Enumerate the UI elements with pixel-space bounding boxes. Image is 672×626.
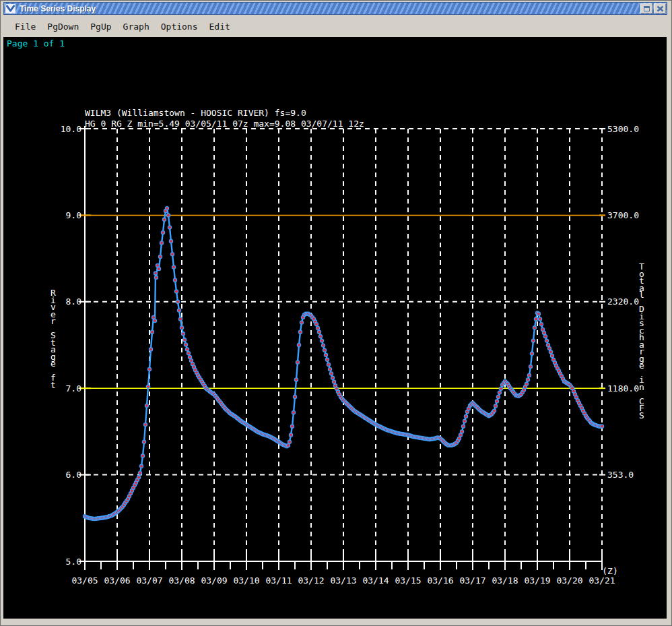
- page-indicator: Page 1 of 1: [7, 38, 65, 49]
- svg-text:03/11: 03/11: [265, 575, 292, 586]
- svg-text:8.0: 8.0: [66, 296, 81, 307]
- svg-text:03/05: 03/05: [71, 575, 98, 586]
- chart-subtitle: HG 0 RG Z min=5.49 03/05/11 07z max=9.08…: [85, 119, 364, 129]
- menu-item-pgup[interactable]: PgUp: [90, 22, 111, 32]
- svg-text:03/13: 03/13: [330, 575, 356, 586]
- plot-content-area: Page 1 of 1 10.09.08.07.06.05.05300.0370…: [3, 37, 667, 619]
- svg-text:03/09: 03/09: [201, 575, 227, 586]
- svg-text:e: e: [639, 361, 644, 371]
- time-series-plot[interactable]: 10.09.08.07.06.05.05300.03700.02320.0118…: [3, 37, 668, 620]
- svg-text:03/16: 03/16: [427, 575, 453, 586]
- svg-text:03/08: 03/08: [168, 575, 195, 586]
- menu-item-pgdown[interactable]: PgDown: [47, 22, 79, 32]
- svg-text:03/18: 03/18: [492, 575, 518, 586]
- window-title: Time Series Display: [20, 4, 96, 13]
- svg-text:1180.0: 1180.0: [607, 383, 639, 394]
- svg-text:2320.0: 2320.0: [607, 296, 639, 307]
- svg-text:5300.0: 5300.0: [607, 124, 639, 134]
- maximize-button[interactable]: [640, 3, 652, 13]
- axis-ticks: [79, 129, 605, 570]
- svg-text:t: t: [51, 380, 56, 390]
- svg-text:l: l: [639, 290, 644, 300]
- svg-text:03/07: 03/07: [136, 575, 162, 586]
- svg-text:03/20: 03/20: [556, 575, 582, 586]
- menu-item-options[interactable]: Options: [161, 22, 198, 32]
- close-button[interactable]: [654, 3, 666, 13]
- svg-text:S: S: [639, 410, 644, 420]
- svg-text:03/21: 03/21: [589, 575, 615, 586]
- svg-text:r: r: [51, 316, 56, 326]
- svg-text:e: e: [51, 358, 56, 369]
- svg-text:03/12: 03/12: [298, 575, 324, 586]
- svg-text:03/19: 03/19: [524, 575, 550, 586]
- svg-text:03/06: 03/06: [104, 575, 130, 586]
- menu-item-file[interactable]: File: [15, 22, 36, 32]
- svg-text:03/14: 03/14: [362, 575, 389, 586]
- svg-text:9.0: 9.0: [66, 210, 81, 220]
- menu-bar: File PgDown PgUp Graph Options Edit: [3, 16, 667, 36]
- svg-text:353.0: 353.0: [607, 470, 634, 480]
- svg-text:3700.0: 3700.0: [607, 210, 639, 220]
- svg-text:5.0: 5.0: [66, 557, 81, 567]
- time-series-display-window: Time Series Display File PgDown PgUp Gra…: [0, 0, 672, 626]
- maximize-icon: [644, 6, 650, 11]
- svg-text:7.0: 7.0: [66, 383, 81, 394]
- svg-text:03/15: 03/15: [395, 575, 421, 586]
- chart-title: WILM3 (Williamstown - HOOSIC RIVER) fs=9…: [85, 108, 306, 118]
- svg-text:03/17: 03/17: [459, 575, 485, 586]
- close-icon: [657, 5, 664, 12]
- app-chevron-icon: [5, 4, 15, 13]
- window-controls: [640, 3, 666, 13]
- svg-text:(Z): (Z): [602, 566, 617, 576]
- svg-text:6.0: 6.0: [66, 470, 81, 480]
- svg-text:10.0: 10.0: [61, 124, 81, 134]
- gridlines: [85, 129, 602, 561]
- svg-text:n: n: [639, 382, 644, 392]
- svg-text:03/10: 03/10: [233, 575, 259, 586]
- menu-item-edit[interactable]: Edit: [209, 22, 230, 32]
- menu-item-graph[interactable]: Graph: [123, 22, 149, 32]
- window-titlebar[interactable]: Time Series Display: [3, 2, 667, 15]
- axis-labels: 10.09.08.07.06.05.05300.03700.02320.0118…: [51, 124, 644, 586]
